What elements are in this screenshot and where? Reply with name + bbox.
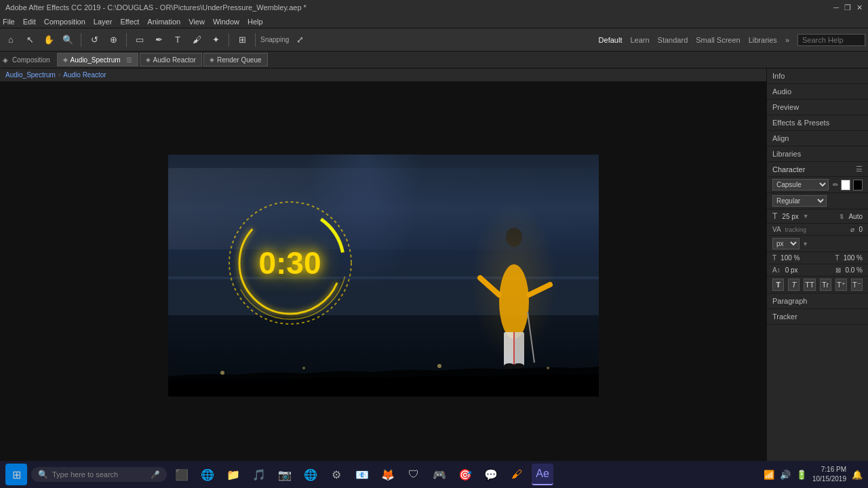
- comp-tab-menu-1[interactable]: ☰: [126, 56, 132, 64]
- workspace-default[interactable]: Default: [599, 36, 623, 44]
- sys-volume-icon[interactable]: 🔊: [780, 470, 791, 480]
- font-family-select[interactable]: Capsule: [772, 179, 829, 190]
- style-bold-btn[interactable]: T: [772, 279, 784, 291]
- menu-layer[interactable]: Layer: [94, 18, 113, 26]
- panel-effects[interactable]: Effects & Presets: [767, 115, 868, 131]
- zoom-tool[interactable]: 🔍: [60, 33, 76, 47]
- panel-paragraph[interactable]: Paragraph: [767, 293, 868, 309]
- font-style-select[interactable]: Regular: [772, 195, 827, 207]
- kerning-value[interactable]: 0: [859, 226, 863, 233]
- font-color-swatch[interactable]: [841, 180, 850, 190]
- sys-network-icon[interactable]: 📶: [764, 470, 774, 480]
- taskbar-search[interactable]: 🔍 Type here to search 🎤: [31, 467, 167, 482]
- panel-tracker[interactable]: Tracker: [767, 309, 868, 325]
- taskbar-discord[interactable]: 💬: [480, 464, 502, 485]
- panel-audio[interactable]: Audio: [767, 84, 868, 100]
- scale-v-value[interactable]: 100 %: [844, 254, 863, 262]
- close-btn[interactable]: ✕: [856, 3, 863, 12]
- taskbar-ae-active[interactable]: Ae: [532, 464, 553, 485]
- panel-align[interactable]: Align: [767, 131, 868, 146]
- char-panel-menu[interactable]: ☰: [856, 165, 863, 174]
- menu-composition[interactable]: Composition: [44, 18, 85, 26]
- right-panel: Info Audio Preview Effects & Presets Ali…: [766, 68, 868, 488]
- taskbar-ie[interactable]: 🌐: [300, 464, 321, 485]
- svg-point-14: [220, 371, 224, 375]
- toolbar-sep-1: [81, 33, 81, 47]
- main-area: Audio_Spectrum › Audio Reactor: [0, 68, 868, 488]
- taskbar-mic-icon: 🎤: [151, 470, 160, 479]
- taskbar-clock[interactable]: 7:16 PM 10/15/2019: [812, 465, 846, 484]
- style-super-btn[interactable]: T⁺: [835, 279, 847, 291]
- breadcrumb-item-2: Audio Reactor: [63, 71, 106, 79]
- taskbar-explorer[interactable]: 📁: [222, 464, 244, 485]
- taskbar: ⊞ 🔍 Type here to search 🎤 ⬛ 🌐 📁 🎵 📷 🌐 ⚙ …: [0, 461, 868, 488]
- comp-tab-render-queue[interactable]: ◈ Render Queue: [203, 53, 268, 66]
- baseline-value[interactable]: 0 px: [785, 266, 798, 274]
- size-value[interactable]: 25 px: [782, 213, 798, 220]
- taskbar-target[interactable]: 🎯: [454, 464, 476, 485]
- menu-window[interactable]: Window: [213, 18, 239, 26]
- style-italic-btn[interactable]: T: [788, 279, 800, 291]
- clock-date: 10/15/2019: [812, 474, 846, 484]
- scale-v-icon: T: [835, 254, 840, 262]
- taskbar-settings[interactable]: ⚙: [326, 464, 347, 485]
- comp-tab-audio-reactor[interactable]: ◈ Audio Reactor: [140, 53, 202, 66]
- puppet-tool[interactable]: ✦: [208, 33, 224, 47]
- taskbar-game[interactable]: 🎮: [429, 464, 450, 485]
- menu-effect[interactable]: Effect: [120, 18, 139, 26]
- stroke-color-swatch[interactable]: [853, 180, 863, 190]
- panel-preview[interactable]: Preview: [767, 100, 868, 115]
- workspace-learn[interactable]: Learn: [630, 36, 649, 44]
- workspace-libraries[interactable]: Libraries: [749, 36, 777, 44]
- hand-tool[interactable]: ✋: [41, 33, 57, 47]
- taskbar-firefox[interactable]: 🦊: [377, 464, 399, 485]
- taskbar-mail[interactable]: 📧: [351, 464, 373, 485]
- workspace-more[interactable]: »: [785, 36, 789, 44]
- orbit-tool[interactable]: ⊕: [105, 33, 121, 47]
- panel-libraries[interactable]: Libraries: [767, 146, 868, 162]
- workspace-small-screen[interactable]: Small Screen: [696, 36, 740, 44]
- text-tool[interactable]: T: [170, 33, 186, 47]
- menu-view[interactable]: View: [189, 18, 205, 26]
- workspace-standard[interactable]: Standard: [658, 36, 688, 44]
- style-small-caps-btn[interactable]: Tr: [820, 279, 831, 291]
- taskbar-edge[interactable]: 🌐: [197, 464, 218, 485]
- sys-battery-icon[interactable]: 🔋: [796, 470, 807, 480]
- minimize-btn[interactable]: ─: [833, 3, 839, 12]
- style-sub-btn[interactable]: T⁻: [851, 279, 863, 291]
- sys-notifications-icon[interactable]: 🔔: [852, 470, 863, 480]
- char-kerning-row: VA tracking ⌀ 0: [767, 224, 868, 236]
- taskbar-security[interactable]: 🛡: [403, 464, 425, 485]
- rotation-tool[interactable]: ↺: [86, 33, 102, 47]
- pen-tool[interactable]: ✒: [151, 33, 167, 47]
- leading-unit-select[interactable]: px: [772, 238, 800, 249]
- preview-area[interactable]: 0:30: [0, 82, 766, 469]
- menu-animation[interactable]: Animation: [147, 18, 180, 26]
- taskbar-paint[interactable]: 🖌: [506, 464, 528, 485]
- breadcrumb-sep: ›: [58, 71, 60, 79]
- brush-tool[interactable]: 🖌: [189, 33, 205, 47]
- start-button[interactable]: ⊞: [5, 464, 27, 485]
- taskbar-photos[interactable]: 📷: [274, 464, 296, 485]
- toolbar-sep-4: [255, 33, 256, 47]
- panel-info[interactable]: Info: [767, 68, 868, 84]
- style-caps-btn[interactable]: TT: [804, 279, 815, 291]
- help-search-input[interactable]: [797, 34, 865, 46]
- select-tool[interactable]: ↖: [22, 33, 38, 47]
- menu-file[interactable]: File: [3, 18, 15, 26]
- scale-h-value[interactable]: 100 %: [781, 254, 800, 262]
- taskbar-task-view[interactable]: ⬛: [171, 464, 193, 485]
- maximize-btn[interactable]: ❐: [844, 3, 851, 12]
- menu-help[interactable]: Help: [248, 18, 263, 26]
- tsumi-value[interactable]: 0.0 %: [845, 266, 863, 274]
- home-btn[interactable]: ⌂: [3, 33, 19, 47]
- comp-tab-audio-spectrum[interactable]: ◈ Audio_Spectrum ☰: [57, 53, 138, 66]
- snapping-btn[interactable]: ⤢: [292, 33, 308, 47]
- auto-leading-value[interactable]: Auto: [848, 213, 863, 220]
- rect-tool[interactable]: ▭: [132, 33, 148, 47]
- align-tool[interactable]: ⊞: [234, 33, 250, 47]
- preview-image: 0:30: [168, 155, 599, 396]
- comp-tab-icon-3: ◈: [210, 56, 214, 63]
- menu-edit[interactable]: Edit: [23, 18, 36, 26]
- taskbar-groove[interactable]: 🎵: [248, 464, 270, 485]
